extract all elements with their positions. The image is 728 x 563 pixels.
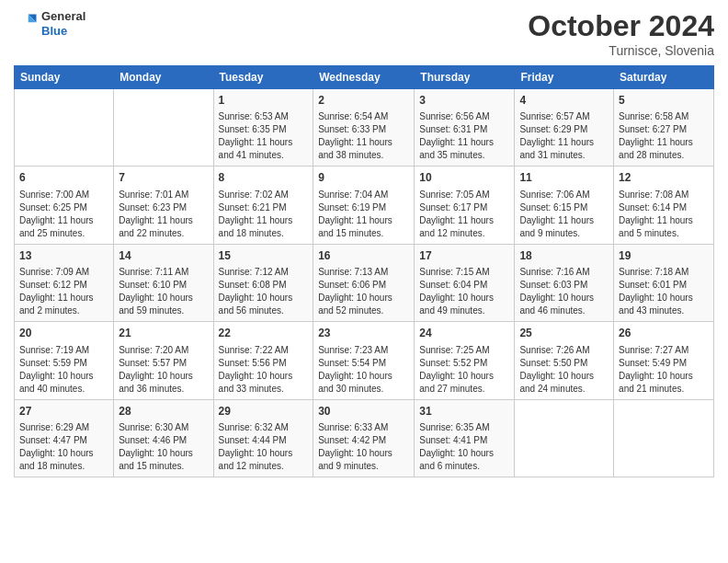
logo-line2: Blue xyxy=(41,24,85,39)
title-block: October 2024 Turnisce, Slovenia xyxy=(528,9,714,58)
calendar-cell xyxy=(614,399,714,477)
cell-info: Sunrise: 6:53 AM Sunset: 6:35 PM Dayligh… xyxy=(219,110,309,162)
cell-info: Sunrise: 6:32 AM Sunset: 4:44 PM Dayligh… xyxy=(219,421,309,473)
cell-info: Sunrise: 6:35 AM Sunset: 4:41 PM Dayligh… xyxy=(419,421,509,473)
calendar-cell: 13Sunrise: 7:09 AM Sunset: 6:12 PM Dayli… xyxy=(15,244,114,321)
calendar-cell: 30Sunrise: 6:33 AM Sunset: 4:42 PM Dayli… xyxy=(313,399,415,477)
calendar-cell: 22Sunrise: 7:22 AM Sunset: 5:56 PM Dayli… xyxy=(213,322,313,399)
calendar-header: SundayMondayTuesdayWednesdayThursdayFrid… xyxy=(15,66,714,89)
cell-info: Sunrise: 6:57 AM Sunset: 6:29 PM Dayligh… xyxy=(519,110,609,162)
calendar-cell: 21Sunrise: 7:20 AM Sunset: 5:57 PM Dayli… xyxy=(114,322,213,399)
calendar-cell: 25Sunrise: 7:26 AM Sunset: 5:50 PM Dayli… xyxy=(515,322,614,399)
day-number: 22 xyxy=(219,326,309,341)
calendar-cell: 17Sunrise: 7:15 AM Sunset: 6:04 PM Dayli… xyxy=(415,244,515,321)
day-number: 15 xyxy=(219,248,309,264)
calendar-cell: 19Sunrise: 7:18 AM Sunset: 6:01 PM Dayli… xyxy=(614,244,714,321)
calendar-cell: 9Sunrise: 7:04 AM Sunset: 6:19 PM Daylig… xyxy=(313,167,415,244)
calendar-cell: 26Sunrise: 7:27 AM Sunset: 5:49 PM Dayli… xyxy=(614,322,714,399)
logo: General Blue xyxy=(14,9,85,38)
header-day-sunday: Sunday xyxy=(15,66,114,89)
cell-info: Sunrise: 7:08 AM Sunset: 6:14 PM Dayligh… xyxy=(619,189,709,240)
header-day-thursday: Thursday xyxy=(415,66,515,89)
calendar-cell: 10Sunrise: 7:05 AM Sunset: 6:17 PM Dayli… xyxy=(415,167,515,244)
cell-info: Sunrise: 6:30 AM Sunset: 4:46 PM Dayligh… xyxy=(119,421,208,473)
day-number: 12 xyxy=(619,170,709,186)
day-number: 25 xyxy=(519,326,609,341)
calendar-cell: 5Sunrise: 6:58 AM Sunset: 6:27 PM Daylig… xyxy=(614,89,714,167)
cell-info: Sunrise: 7:09 AM Sunset: 6:12 PM Dayligh… xyxy=(19,266,108,317)
day-number: 29 xyxy=(219,404,309,419)
cell-info: Sunrise: 7:22 AM Sunset: 5:56 PM Dayligh… xyxy=(219,344,309,396)
calendar-cell: 20Sunrise: 7:19 AM Sunset: 5:59 PM Dayli… xyxy=(15,322,114,399)
day-number: 11 xyxy=(519,170,609,186)
calendar-cell: 23Sunrise: 7:23 AM Sunset: 5:54 PM Dayli… xyxy=(313,322,415,399)
calendar-title: October 2024 xyxy=(528,9,714,43)
cell-info: Sunrise: 7:15 AM Sunset: 6:04 PM Dayligh… xyxy=(419,266,509,317)
week-row-5: 27Sunrise: 6:29 AM Sunset: 4:47 PM Dayli… xyxy=(15,399,714,477)
calendar-cell: 28Sunrise: 6:30 AM Sunset: 4:46 PM Dayli… xyxy=(114,399,213,477)
cell-info: Sunrise: 7:02 AM Sunset: 6:21 PM Dayligh… xyxy=(219,189,309,240)
calendar-cell: 6Sunrise: 7:00 AM Sunset: 6:25 PM Daylig… xyxy=(15,167,114,244)
day-number: 23 xyxy=(318,326,409,341)
calendar-cell: 29Sunrise: 6:32 AM Sunset: 4:44 PM Dayli… xyxy=(213,399,313,477)
cell-info: Sunrise: 7:26 AM Sunset: 5:50 PM Dayligh… xyxy=(519,344,609,396)
cell-info: Sunrise: 6:29 AM Sunset: 4:47 PM Dayligh… xyxy=(19,421,108,473)
day-number: 16 xyxy=(318,248,409,264)
cell-info: Sunrise: 6:58 AM Sunset: 6:27 PM Dayligh… xyxy=(619,110,709,162)
calendar-cell: 16Sunrise: 7:13 AM Sunset: 6:06 PM Dayli… xyxy=(313,244,415,321)
day-number: 3 xyxy=(419,93,509,109)
week-row-1: 1Sunrise: 6:53 AM Sunset: 6:35 PM Daylig… xyxy=(15,89,714,167)
day-number: 31 xyxy=(419,404,509,419)
day-number: 5 xyxy=(619,93,709,109)
day-number: 14 xyxy=(119,248,208,264)
day-number: 18 xyxy=(519,248,609,264)
day-number: 30 xyxy=(318,404,409,419)
calendar-cell: 4Sunrise: 6:57 AM Sunset: 6:29 PM Daylig… xyxy=(515,89,614,167)
header-row: SundayMondayTuesdayWednesdayThursdayFrid… xyxy=(15,66,714,89)
calendar-cell xyxy=(114,89,213,167)
cell-info: Sunrise: 6:56 AM Sunset: 6:31 PM Dayligh… xyxy=(419,110,509,162)
day-number: 13 xyxy=(19,248,108,264)
day-number: 8 xyxy=(219,170,309,186)
week-row-2: 6Sunrise: 7:00 AM Sunset: 6:25 PM Daylig… xyxy=(15,167,714,244)
header-day-friday: Friday xyxy=(515,66,614,89)
day-number: 4 xyxy=(519,93,609,109)
calendar-cell: 14Sunrise: 7:11 AM Sunset: 6:10 PM Dayli… xyxy=(114,244,213,321)
day-number: 26 xyxy=(619,326,709,341)
day-number: 28 xyxy=(119,404,208,419)
cell-info: Sunrise: 6:33 AM Sunset: 4:42 PM Dayligh… xyxy=(318,421,409,473)
cell-info: Sunrise: 7:19 AM Sunset: 5:59 PM Dayligh… xyxy=(19,344,108,396)
header-day-saturday: Saturday xyxy=(614,66,714,89)
cell-info: Sunrise: 7:04 AM Sunset: 6:19 PM Dayligh… xyxy=(318,189,409,240)
calendar-cell: 15Sunrise: 7:12 AM Sunset: 6:08 PM Dayli… xyxy=(213,244,313,321)
header-day-monday: Monday xyxy=(114,66,213,89)
cell-info: Sunrise: 7:20 AM Sunset: 5:57 PM Dayligh… xyxy=(119,344,208,396)
calendar-cell xyxy=(15,89,114,167)
cell-info: Sunrise: 7:18 AM Sunset: 6:01 PM Dayligh… xyxy=(619,266,709,317)
calendar-cell: 3Sunrise: 6:56 AM Sunset: 6:31 PM Daylig… xyxy=(415,89,515,167)
calendar-subtitle: Turnisce, Slovenia xyxy=(528,43,714,58)
day-number: 17 xyxy=(419,248,509,264)
week-row-3: 13Sunrise: 7:09 AM Sunset: 6:12 PM Dayli… xyxy=(15,244,714,321)
calendar-cell: 8Sunrise: 7:02 AM Sunset: 6:21 PM Daylig… xyxy=(213,167,313,244)
calendar-table: SundayMondayTuesdayWednesdayThursdayFrid… xyxy=(14,65,714,477)
calendar-body: 1Sunrise: 6:53 AM Sunset: 6:35 PM Daylig… xyxy=(15,89,714,477)
cell-info: Sunrise: 7:13 AM Sunset: 6:06 PM Dayligh… xyxy=(318,266,409,317)
day-number: 2 xyxy=(318,93,409,109)
calendar-cell: 2Sunrise: 6:54 AM Sunset: 6:33 PM Daylig… xyxy=(313,89,415,167)
day-number: 20 xyxy=(19,326,108,341)
cell-info: Sunrise: 7:11 AM Sunset: 6:10 PM Dayligh… xyxy=(119,266,208,317)
day-number: 9 xyxy=(318,170,409,186)
cell-info: Sunrise: 7:27 AM Sunset: 5:49 PM Dayligh… xyxy=(619,344,709,396)
calendar-cell: 24Sunrise: 7:25 AM Sunset: 5:52 PM Dayli… xyxy=(415,322,515,399)
cell-info: Sunrise: 7:05 AM Sunset: 6:17 PM Dayligh… xyxy=(419,189,509,240)
calendar-cell: 7Sunrise: 7:01 AM Sunset: 6:23 PM Daylig… xyxy=(114,167,213,244)
calendar-cell: 11Sunrise: 7:06 AM Sunset: 6:15 PM Dayli… xyxy=(515,167,614,244)
cell-info: Sunrise: 7:01 AM Sunset: 6:23 PM Dayligh… xyxy=(119,189,208,240)
day-number: 10 xyxy=(419,170,509,186)
day-number: 6 xyxy=(19,170,108,186)
cell-info: Sunrise: 6:54 AM Sunset: 6:33 PM Dayligh… xyxy=(318,110,409,162)
logo-line1: General xyxy=(41,9,85,24)
cell-info: Sunrise: 7:06 AM Sunset: 6:15 PM Dayligh… xyxy=(519,189,609,240)
day-number: 21 xyxy=(119,326,208,341)
